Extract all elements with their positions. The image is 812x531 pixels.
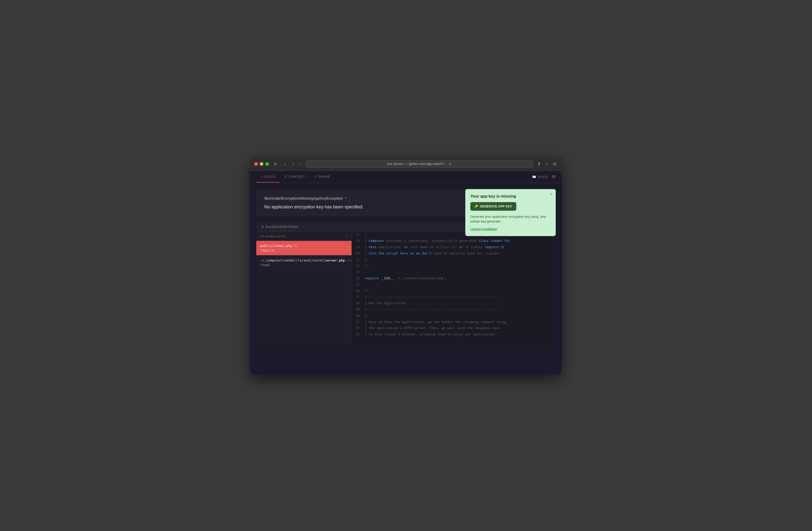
line-content-41: | Once we have the application, we can h… (365, 320, 556, 325)
line-num-31: 31 (352, 257, 365, 263)
frame-file-name-2: server.php (325, 258, 345, 262)
line-num-33: 33 (352, 269, 365, 275)
minimize-button[interactable] (260, 162, 263, 166)
line-content-31: | (365, 257, 556, 263)
nav-item-share[interactable]: ↗ SHARE (310, 171, 335, 183)
code-line-41: 41 | Once we have the application, we ca… (352, 319, 556, 325)
context-nav-icon: ⊡ (285, 175, 287, 178)
code-line-31: 31 | (352, 257, 556, 263)
frame-line-2: :234 (345, 258, 352, 262)
line-num-39: 39 (352, 307, 365, 312)
line-content-39: |---------------------------------------… (365, 307, 556, 312)
app-nav: ≡ STACK ⊡ CONTEXT ↗ SHARE 📖 DOCS ⚙ (250, 171, 562, 183)
address-bar-text: Not Secure — ignition-test-app.test/#F2 (387, 162, 445, 166)
code-line-29: 29 | this application. We just need to u… (352, 244, 556, 250)
line-num-36: 36 (352, 289, 365, 294)
new-tab-button[interactable]: + (544, 160, 549, 167)
generate-app-key-button[interactable]: 🔑 GENERATE APP KEY (470, 202, 516, 211)
generate-btn-label: GENERATE APP KEY (480, 205, 512, 208)
code-line-42: 42 | the application's HTTP kernel. Then… (352, 325, 556, 331)
reload-icon: ↺ (448, 162, 451, 166)
key-icon: 🔑 (474, 205, 478, 208)
line-num-41: 41 (352, 320, 365, 325)
notification-close-button[interactable]: × (550, 192, 552, 197)
line-content-38: | Run The Application (365, 301, 556, 306)
share-nav-icon: ↗ (314, 175, 317, 178)
nav-left: ≡ STACK ⊡ CONTEXT ↗ SHARE (256, 171, 335, 183)
code-line-35: 35 (352, 282, 556, 288)
stack-sidebar: 42 vendor frames ▾ public/index.php:52 r… (256, 232, 352, 345)
frame-method-active: require (260, 248, 347, 252)
line-content-36: /* (365, 289, 556, 294)
browser-chrome: ⊞ ⌄ ‹ › Not Secure — ignition-test-app.t… (250, 157, 562, 171)
close-button[interactable] (254, 162, 258, 166)
stack-frame-active[interactable]: public/index.php:52 require (256, 241, 351, 255)
line-content-43: | to this client's browser, allowing the… (365, 332, 556, 337)
nav-docs-button[interactable]: 📖 DOCS (532, 175, 548, 179)
line-content-40: | (365, 313, 556, 319)
line-num-30: 30 (352, 251, 365, 256)
line-content-28: | Composer provides a convenient, automa… (365, 238, 556, 243)
nav-item-stack[interactable]: ≡ STACK (256, 171, 280, 183)
notification-description: Generate your application encryption key… (470, 214, 551, 224)
share-browser-button[interactable]: ⬆ (536, 160, 542, 167)
docs-book-icon: 📖 (532, 175, 536, 179)
expand-icon: ⇅ (261, 225, 264, 228)
vendor-frames-label[interactable]: 42 vendor frames ▾ (256, 232, 351, 241)
sidebar-toggle-button[interactable]: ⊞ (272, 161, 279, 167)
frame-file-path-2: ~/.composer/vendor/laravel/valet/server.… (260, 258, 345, 262)
stack-body: 42 vendor frames ▾ public/index.php:52 r… (256, 232, 556, 345)
line-num-43: 43 (352, 332, 365, 337)
vendor-frames-chevron: ▾ (346, 235, 347, 238)
nav-share-label: SHARE (318, 175, 330, 179)
code-line-34: 34 require __DIR__.'/../vendor/autoload.… (352, 275, 556, 282)
chevron-down-icon[interactable]: ⌄ (282, 160, 288, 167)
code-line-28: 28 | Composer provides a convenient, aut… (352, 238, 556, 244)
back-button[interactable]: ‹ (291, 160, 295, 167)
vendor-frames-count: 42 vendor frames (260, 234, 286, 238)
line-num-28: 28 (352, 238, 365, 243)
line-num-29: 29 (352, 244, 365, 250)
forward-button[interactable]: › (299, 160, 303, 167)
grid-button[interactable]: ⊞ (551, 160, 558, 167)
main-content: Illuminate\Encryption\MissingAppKeyExcep… (250, 183, 562, 374)
line-content-34: require __DIR__.'/../vendor/autoload.php… (365, 276, 556, 281)
settings-icon[interactable]: ⚙ (552, 174, 556, 180)
code-line-33: 33 (352, 269, 556, 275)
code-line-36: 36 /* (352, 288, 556, 294)
line-content-29: | this application. We just need to util… (365, 244, 556, 250)
nav-stack-label: STACK (264, 175, 276, 179)
line-num-42: 42 (352, 325, 365, 331)
frame-top-2: [top] (260, 263, 347, 267)
exception-dropdown-icon[interactable]: ▾ (345, 196, 346, 200)
notification-card: × Your app key is missing 🔑 GENERATE APP… (465, 189, 556, 236)
line-num-27: 27 (352, 232, 365, 238)
address-bar[interactable]: Not Secure — ignition-test-app.test/#F2 … (306, 160, 533, 168)
frame-line-active: :52 (292, 244, 297, 248)
line-num-34: 34 (352, 276, 365, 281)
line-num-32: 32 (352, 263, 365, 268)
laravel-installation-link[interactable]: Laravel installation (470, 227, 497, 231)
traffic-lights (254, 162, 269, 166)
line-content-32: */ (365, 263, 556, 268)
code-line-30: 30 | into the script here so we don't ne… (352, 250, 556, 257)
code-line-39: 39 |------------------------------------… (352, 307, 556, 313)
nav-context-label: CONTEXT (289, 175, 305, 179)
stack-nav-icon: ≡ (261, 175, 263, 178)
nav-item-context[interactable]: ⊡ CONTEXT (280, 171, 309, 183)
frame-file-active: public/index.php:52 (260, 244, 347, 248)
stack-frame-2[interactable]: ~/.composer/vendor/laravel/valet/server.… (256, 255, 351, 270)
browser-actions: ⬆ + ⊞ (536, 160, 558, 167)
browser-window: ⊞ ⌄ ‹ › Not Secure — ignition-test-app.t… (250, 157, 562, 374)
code-line-38: 38 | Run The Application (352, 300, 556, 307)
line-content-42: | the application's HTTP kernel. Then, w… (365, 325, 556, 331)
maximize-button[interactable] (265, 162, 269, 166)
line-content-37: |---------------------------------------… (365, 294, 556, 300)
code-line-40: 40 | (352, 313, 556, 319)
stack-section: ⇅ Expand vendor frames public/index.php:… (256, 222, 556, 345)
exception-class-name: Illuminate\Encryption\MissingAppKeyExcep… (264, 196, 343, 200)
code-line-43: 43 | to this client's browser, allowing … (352, 331, 556, 338)
expand-vendor-frames-button[interactable]: ⇅ Expand vendor frames (261, 225, 299, 228)
line-num-37: 37 (352, 294, 365, 300)
code-panel: 27 | 28 | Composer provides a convenient… (352, 232, 556, 345)
